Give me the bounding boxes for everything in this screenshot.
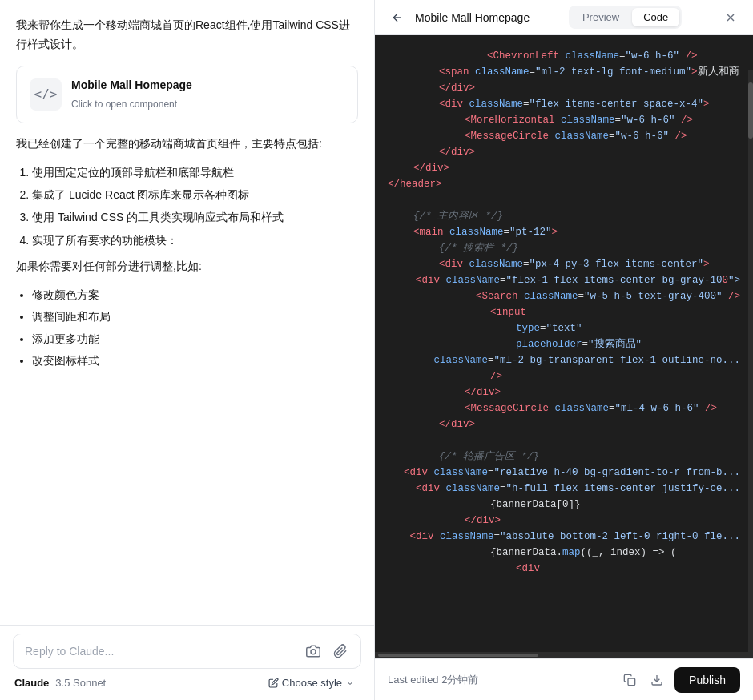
code-line: className="ml-2 bg-transparent flex-1 ou… — [375, 352, 753, 368]
code-line: <main className="pt-12" > — [375, 224, 753, 240]
back-button[interactable] — [388, 8, 407, 27]
right-panel-wrapper: Mobile Mall Homepage Preview Code <Chevr… — [375, 0, 753, 700]
feature-item-1: 使用固定定位的顶部导航栏和底部导航栏 — [32, 163, 358, 181]
code-line: </div> — [375, 144, 753, 160]
code-line: {/* 主内容区 */} — [375, 208, 753, 224]
feature-item-4: 实现了所有要求的功能模块： — [32, 231, 358, 249]
publish-button[interactable]: Publish — [674, 667, 740, 693]
code-line — [375, 432, 753, 449]
code-container: <ChevronLeft className="w-6 h-6" /> <spa… — [375, 35, 753, 652]
pencil-icon — [268, 678, 279, 688]
code-line: <MessageCircle className="ml-4 w-6 h-6" … — [375, 400, 753, 416]
tab-code[interactable]: Code — [632, 8, 679, 26]
reply-input-area[interactable]: Reply to Claude... — [13, 634, 361, 669]
code-line: </header> — [375, 176, 753, 192]
code-line: </div> — [375, 513, 753, 529]
component-subtitle: Click to open component — [71, 96, 192, 112]
download-button[interactable] — [647, 670, 666, 690]
code-line: <div className="h-full flex items-center… — [375, 481, 753, 497]
claude-version: 3.5 Sonnet — [55, 677, 106, 689]
component-icon: </> — [30, 78, 62, 111]
horizontal-scrollbar — [375, 652, 753, 658]
close-icon — [724, 11, 737, 24]
camera-icon — [306, 644, 320, 658]
code-line — [375, 192, 753, 208]
adjust-text: 如果你需要对任何部分进行调整,比如: — [16, 257, 358, 276]
feature-item-3: 使用 Tailwind CSS 的工具类实现响应式布局和样式 — [32, 208, 358, 226]
intro-text-1: 我来帮你生成一个移动端商城首页的React组件,使用Tailwind CSS进行… — [16, 16, 358, 54]
code-line: <div className="px-4 py-3 flex items-cen… — [375, 256, 753, 272]
adjust-item-3: 添加更多功能 — [32, 330, 358, 348]
horizontal-scrollbar-thumb — [378, 654, 538, 657]
adjust-list: 修改颜色方案 调整间距和布局 添加更多功能 改变图标样式 — [16, 286, 358, 370]
attachment-icon — [333, 644, 348, 658]
scrollbar-track — [748, 70, 753, 652]
code-area[interactable]: <ChevronLeft className="w-6 h-6" /> <spa… — [375, 35, 753, 652]
code-line: <MoreHorizontal className="w-6 h-6" /> — [375, 112, 753, 128]
component-card[interactable]: </> Mobile Mall Homepage Click to open c… — [16, 66, 358, 123]
code-line: <div className="flex-1 flex items-center… — [375, 272, 753, 288]
attachment-button[interactable] — [332, 642, 349, 660]
close-button[interactable] — [721, 8, 740, 27]
claude-info: Claude 3.5 Sonnet Choose style — [13, 675, 361, 690]
code-line: </div> — [375, 384, 753, 400]
feature-item-2: 集成了 Lucide React 图标库来显示各种图标 — [32, 186, 358, 203]
adjust-item-2: 调整间距和布局 — [32, 308, 358, 325]
code-line: <div className="absolute bottom-2 left-0… — [375, 529, 753, 545]
adjust-item-1: 修改颜色方案 — [32, 286, 358, 304]
adjust-item-4: 改变图标样式 — [32, 352, 358, 369]
tab-group: Preview Code — [569, 6, 682, 29]
code-line: <div className="flex items-center space-… — [375, 96, 753, 112]
chat-content: 我来帮你生成一个移动端商城首页的React组件,使用Tailwind CSS进行… — [0, 0, 374, 625]
back-arrow-icon — [391, 11, 404, 24]
code-line: <div — [375, 561, 753, 577]
code-line: </div> — [375, 160, 753, 176]
svg-point-0 — [311, 650, 316, 654]
code-line: {/* 轮播广告区 */} — [375, 449, 753, 465]
code-line: <Search className="w-5 h-5 text-gray-400… — [375, 288, 753, 304]
component-title: Mobile Mall Homepage — [71, 76, 192, 95]
right-header-left: Mobile Mall Homepage — [388, 8, 530, 27]
tab-preview[interactable]: Preview — [571, 8, 630, 26]
choose-style-label: Choose style — [282, 677, 342, 689]
copy-icon — [623, 674, 636, 686]
code-line: /> — [375, 368, 753, 384]
camera-button[interactable] — [304, 642, 322, 660]
code-line: <div className="relative h-40 bg-gradien… — [375, 465, 753, 481]
copy-button[interactable] — [620, 670, 639, 690]
svg-rect-4 — [628, 678, 635, 686]
claude-brand: Claude — [14, 677, 49, 689]
reply-placeholder: Reply to Claude... — [25, 645, 114, 658]
code-line: {bannerData[0]} — [375, 497, 753, 513]
code-line: type="text" — [375, 320, 753, 336]
code-line: {/* 搜索栏 */} — [375, 240, 753, 256]
code-line: <MessageCircle className="w-6 h-6" /> — [375, 128, 753, 144]
scrollbar-thumb — [748, 82, 753, 139]
intro-text-2: 我已经创建了一个完整的移动端商城首页组件，主要特点包括: — [16, 135, 358, 154]
reply-icons — [304, 642, 349, 660]
choose-style-button[interactable]: Choose style — [264, 675, 360, 690]
panel-title: Mobile Mall Homepage — [415, 11, 530, 24]
code-line: </div> — [375, 416, 753, 432]
right-bottom-bar: Last edited 2分钟前 Publish — [375, 658, 753, 700]
component-info: Mobile Mall Homepage Click to open compo… — [71, 76, 192, 113]
bottom-bar: Reply to Claude... Claude 3.5 Sonnet — [0, 625, 374, 700]
right-bottom-actions: Publish — [620, 667, 740, 693]
code-line: </div> — [375, 80, 753, 96]
download-icon — [650, 674, 663, 686]
chevron-down-icon — [345, 678, 355, 688]
code-line: <ChevronLeft className="w-6 h-6" /> — [375, 48, 753, 64]
code-line: {bannerData.map((_, index) => ( — [375, 545, 753, 561]
numbered-feature-list: 使用固定定位的顶部导航栏和底部导航栏 集成了 Lucide React 图标库来… — [16, 163, 358, 250]
last-edited-text: Last edited 2分钟前 — [388, 673, 478, 687]
code-line: <input — [375, 304, 753, 320]
right-panel-header: Mobile Mall Homepage Preview Code — [375, 0, 753, 35]
code-line: placeholder="搜索商品" — [375, 336, 753, 352]
left-panel: 我来帮你生成一个移动端商城首页的React组件,使用Tailwind CSS进行… — [0, 0, 375, 700]
code-line: <span className="ml-2 text-lg font-mediu… — [375, 64, 753, 80]
